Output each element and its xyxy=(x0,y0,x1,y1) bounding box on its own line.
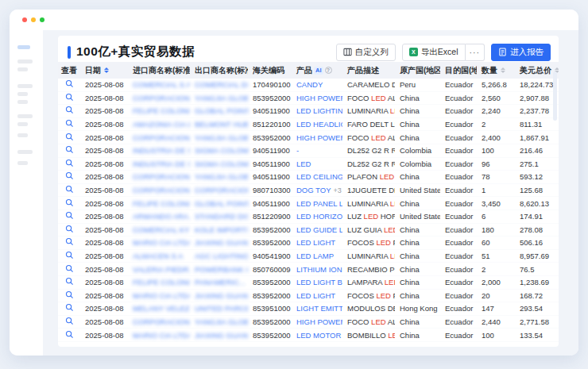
sort-icon-date[interactable] xyxy=(104,67,109,73)
product-link[interactable]: LED HORIZONTAL L xyxy=(296,212,342,221)
view-cell[interactable] xyxy=(58,330,80,340)
magnifier-icon[interactable] xyxy=(65,93,74,102)
product-cell[interactable]: HIGH POWER LED F xyxy=(292,94,342,102)
sidebar-item-9[interactable] xyxy=(17,150,33,154)
minimize-window-icon[interactable] xyxy=(31,17,36,22)
exporter-cell[interactable]: BELMONT HUB AND... xyxy=(190,120,248,129)
product-link[interactable]: HIGH POWER LED F xyxy=(296,317,342,326)
view-cell[interactable] xyxy=(58,133,80,143)
product-link[interactable]: LED MOTOR BULB xyxy=(296,331,342,340)
view-cell[interactable] xyxy=(58,277,80,287)
product-link[interactable]: LED xyxy=(296,160,311,168)
sidebar-item-0[interactable] xyxy=(17,45,30,49)
product-cell[interactable]: LED LIGHTING+1 xyxy=(292,106,342,115)
export-excel-button[interactable]: X 导出Excel xyxy=(402,44,466,61)
magnifier-icon[interactable] xyxy=(65,159,74,167)
exporter-cell[interactable]: GLOBAL POINT ... xyxy=(190,106,248,115)
view-cell[interactable] xyxy=(58,159,80,169)
product-link[interactable]: CANDY xyxy=(296,80,323,89)
product-link[interactable]: LED HEADLIGHT xyxy=(296,120,342,129)
product-cell[interactable]: LED LIGHT BULB xyxy=(292,278,342,286)
magnifier-icon[interactable] xyxy=(65,133,74,141)
product-cell[interactable]: LED LIGHT xyxy=(292,238,342,247)
magnifier-icon[interactable] xyxy=(65,119,74,128)
importer-cell[interactable]: CORPORACION E... xyxy=(128,94,190,102)
magnifier-icon[interactable] xyxy=(65,185,74,194)
exporter-cell[interactable]: JIAXING GUANGT... xyxy=(190,331,248,340)
product-link[interactable]: LED LIGHT BULB xyxy=(296,278,342,286)
magnifier-icon[interactable] xyxy=(65,317,74,325)
exporter-cell[interactable]: UNITED PARCEL ... xyxy=(190,304,248,313)
sidebar-item-4[interactable] xyxy=(17,92,28,96)
view-cell[interactable] xyxy=(58,79,80,90)
exporter-cell[interactable]: JIAXING GUANGT... xyxy=(190,238,248,247)
vertical-scrollbar[interactable] xyxy=(553,71,557,121)
column-header-importer[interactable]: 进口商名称(标准) xyxy=(128,65,190,76)
export-more-button[interactable]: ··· xyxy=(466,44,485,61)
column-header-date[interactable]: 日期 xyxy=(80,65,128,76)
importer-cell[interactable]: FELIPE COLONIA ... xyxy=(128,106,190,115)
view-cell[interactable] xyxy=(58,237,80,248)
view-cell[interactable] xyxy=(58,251,80,261)
product-cell[interactable]: HIGH POWER LED F xyxy=(292,133,342,142)
product-cell[interactable]: LED HORIZONTAL L xyxy=(292,212,342,221)
magnifier-icon[interactable] xyxy=(65,303,74,312)
enter-report-button[interactable]: 进入报告 xyxy=(491,44,551,61)
magnifier-icon[interactable] xyxy=(65,211,74,220)
view-cell[interactable] xyxy=(58,93,80,103)
exporter-cell[interactable]: POWERBANK GR... xyxy=(190,265,248,274)
product-cell[interactable]: LIGHT EMITTIN+1 xyxy=(292,304,342,313)
view-cell[interactable] xyxy=(58,171,80,182)
view-cell[interactable] xyxy=(58,145,80,156)
magnifier-icon[interactable] xyxy=(65,106,74,114)
sidebar-item-6[interactable] xyxy=(17,114,33,118)
importer-cell[interactable]: CORPORACION E... xyxy=(128,133,190,142)
column-header-exporter[interactable]: 出口商名称(标准) xyxy=(190,65,248,76)
exporter-cell[interactable]: GLOBAL POINT ... xyxy=(190,199,248,208)
exporter-cell[interactable]: YANGJIA GLOBAL LI... xyxy=(190,133,248,142)
view-cell[interactable] xyxy=(58,211,80,221)
exporter-cell[interactable]: COMERCIAL DEL ... xyxy=(190,80,248,89)
product-link[interactable]: LED GUIDE LIGHT T xyxy=(296,225,342,234)
product-link[interactable]: LIGHT EMITTIN xyxy=(296,304,342,313)
product-cell[interactable]: - xyxy=(292,146,342,155)
importer-cell[interactable]: MARIO CIA LTDA xyxy=(128,238,190,247)
exporter-cell[interactable]: STANDARD DIST... xyxy=(190,212,248,221)
importer-cell[interactable]: VALERIA PIEDR... xyxy=(128,265,190,274)
sidebar-item-2[interactable] xyxy=(17,67,28,71)
exporter-cell[interactable]: SIGMA COLOMB... xyxy=(190,160,248,168)
view-cell[interactable] xyxy=(58,317,80,327)
column-header-usd_total[interactable]: 美元总价 xyxy=(515,65,559,76)
product-link[interactable]: LED LIGHT xyxy=(296,291,335,300)
sidebar-item-3[interactable] xyxy=(17,84,33,88)
importer-cell[interactable]: INDUSTRIA DE SIS... xyxy=(128,146,190,155)
exporter-cell[interactable]: CORPORACIONES... xyxy=(190,186,248,194)
maximize-window-icon[interactable] xyxy=(40,17,44,22)
sidebar-item-8[interactable] xyxy=(17,133,28,137)
magnifier-icon[interactable] xyxy=(65,290,74,299)
importer-cell[interactable]: ALMACEN S A xyxy=(128,252,190,260)
importer-cell[interactable]: ARMANDO ARA... xyxy=(128,212,190,221)
magnifier-icon[interactable] xyxy=(65,277,74,286)
importer-cell[interactable]: MELANY VELEZ M... xyxy=(128,304,190,313)
exporter-cell[interactable]: SIGMA COLOMB... xyxy=(190,146,248,155)
product-cell[interactable]: HIGH POWER LED F xyxy=(292,317,342,326)
importer-cell[interactable]: INDUSTRIA DE SIS... xyxy=(128,160,190,168)
close-window-icon[interactable] xyxy=(22,17,27,22)
product-cell[interactable]: LED MOTOR BULB xyxy=(292,331,342,340)
view-cell[interactable] xyxy=(58,225,80,235)
product-cell[interactable]: CANDY xyxy=(292,80,342,89)
importer-cell[interactable]: CORPORACION E... xyxy=(128,317,190,326)
help-icon[interactable]: ? xyxy=(325,67,332,74)
product-link[interactable]: DOG TOY xyxy=(296,186,331,194)
sidebar-item-1[interactable] xyxy=(17,60,33,63)
exporter-cell[interactable]: KOLE IMPORTS xyxy=(190,225,248,234)
importer-cell[interactable]: FELIPE COLONIA ... xyxy=(128,199,190,208)
product-cell[interactable]: LED CEILING LIGHT xyxy=(292,172,342,181)
exporter-cell[interactable]: JIAXING GUANGT... xyxy=(190,291,248,300)
product-cell[interactable]: LED xyxy=(292,160,342,168)
magnifier-icon[interactable] xyxy=(65,225,74,233)
exporter-cell[interactable]: YANGJIA GLOBAL LI... xyxy=(190,317,248,326)
sidebar-item-7[interactable] xyxy=(17,122,28,126)
importer-cell[interactable]: CORPORACIONES... xyxy=(128,186,190,194)
